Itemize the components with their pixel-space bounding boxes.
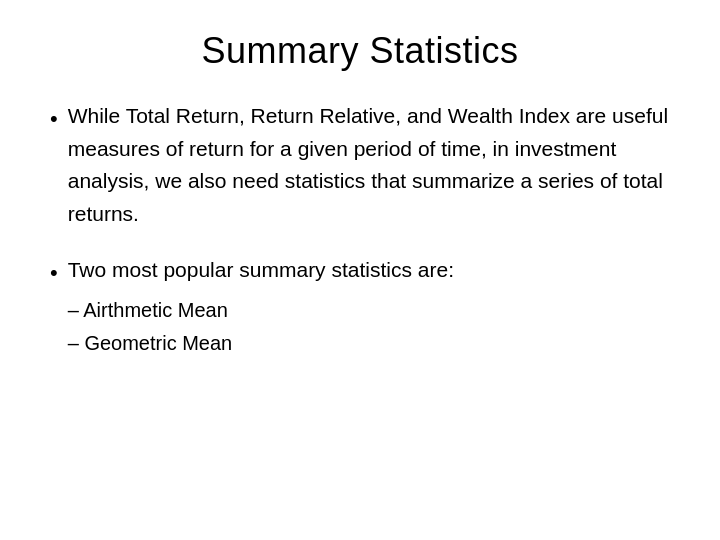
- slide: Summary Statistics • While Total Return,…: [0, 0, 720, 540]
- bullet-dot-2: •: [50, 256, 58, 290]
- bullet-item-2: • Two most popular summary statistics ar…: [50, 254, 670, 359]
- sub-bullets-2: – Airthmetic Mean – Geometric Mean: [68, 295, 454, 359]
- bullet-text-2: Two most popular summary statistics are:…: [68, 254, 454, 359]
- sub-bullet-1: – Airthmetic Mean: [68, 295, 454, 326]
- bullet-dot-1: •: [50, 102, 58, 136]
- slide-title: Summary Statistics: [50, 30, 670, 72]
- bullet-paragraph-1: While Total Return, Return Relative, and…: [68, 104, 668, 225]
- slide-content: • While Total Return, Return Relative, a…: [50, 100, 670, 510]
- bullet-text-1: While Total Return, Return Relative, and…: [68, 100, 670, 230]
- bullet-item-1: • While Total Return, Return Relative, a…: [50, 100, 670, 230]
- sub-bullet-2: – Geometric Mean: [68, 328, 454, 359]
- bullet-paragraph-2: Two most popular summary statistics are:: [68, 258, 454, 281]
